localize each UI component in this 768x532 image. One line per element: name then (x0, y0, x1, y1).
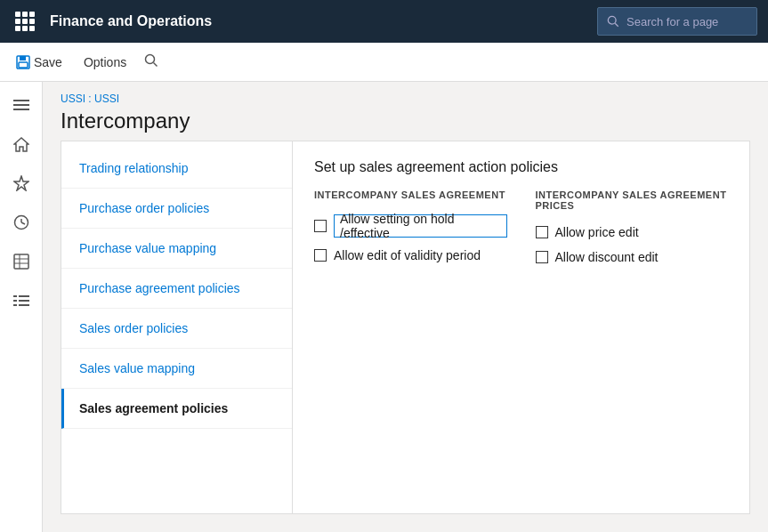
top-bar: Finance and Operations Search for a page (0, 0, 768, 43)
checkbox-row-validity: Allow edit of validity period (314, 248, 507, 262)
page-title: Intercompany (61, 109, 750, 133)
svg-point-0 (608, 16, 616, 24)
col1-header: INTERCOMPANY SALES AGREEMENT (314, 189, 507, 204)
svg-point-5 (146, 55, 155, 64)
search-icon (607, 15, 619, 28)
checkbox-price-edit[interactable] (536, 226, 548, 238)
search-placeholder: Search for a page (627, 15, 718, 28)
checkbox-validity-label: Allow edit of validity period (334, 248, 481, 262)
left-sidebar (0, 82, 43, 532)
checkbox-row-discount: Allow discount edit (536, 250, 729, 264)
nav-item-sales-agreement[interactable]: Sales agreement policies (61, 389, 292, 429)
toolbar-search-icon (144, 53, 158, 68)
nav-item-trading[interactable]: Trading relationship (61, 149, 292, 189)
main-layout: USSI : USSI Intercompany Trading relatio… (0, 82, 768, 532)
table-icon[interactable] (5, 246, 37, 278)
waffle-grid-icon (15, 12, 35, 31)
col1: INTERCOMPANY SALES AGREEMENT Allow setti… (314, 189, 507, 275)
nav-panel: Trading relationship Purchase order poli… (61, 141, 293, 513)
detail-panel: Set up sales agreement action policies I… (293, 141, 749, 513)
section-title: Set up sales agreement action policies (314, 159, 728, 175)
hold-field-value[interactable]: Allow setting on hold /effective (334, 214, 507, 238)
checkbox-discount-label: Allow discount edit (555, 250, 659, 264)
checkbox-validity[interactable] (314, 249, 327, 262)
col2: INTERCOMPANY SALES AGREEMENT PRICES Allo… (536, 189, 729, 275)
list-icon[interactable] (5, 285, 37, 317)
hamburger-icon[interactable] (5, 89, 37, 121)
nav-item-sales-value[interactable]: Sales value mapping (61, 349, 292, 389)
columns-row: INTERCOMPANY SALES AGREEMENT Allow setti… (314, 189, 728, 275)
svg-rect-15 (14, 254, 28, 269)
checkbox-discount-edit[interactable] (536, 251, 548, 263)
checkbox-price-label: Allow price edit (555, 225, 639, 239)
clock-icon[interactable] (5, 206, 37, 238)
page-header: USSI : USSI Intercompany (43, 82, 768, 141)
home-icon[interactable] (5, 128, 37, 160)
nav-item-sales-order[interactable]: Sales order policies (61, 309, 292, 349)
checkbox-row-price: Allow price edit (536, 225, 729, 239)
breadcrumb[interactable]: USSI : USSI (61, 93, 750, 105)
col2-header: INTERCOMPANY SALES AGREEMENT PRICES (536, 189, 729, 214)
svg-marker-10 (14, 138, 28, 151)
app-title: Finance and Operations (50, 13, 597, 29)
svg-line-6 (154, 63, 158, 67)
star-icon[interactable] (5, 167, 37, 199)
nav-item-purchase-order[interactable]: Purchase order policies (61, 189, 292, 229)
checkbox-row-hold: Allow setting on hold /effective (314, 214, 507, 238)
waffle-menu[interactable] (11, 7, 39, 36)
content-inner: Trading relationship Purchase order poli… (61, 141, 750, 514)
checkbox-hold[interactable] (314, 220, 327, 232)
options-button[interactable]: Options (75, 50, 135, 75)
svg-line-1 (615, 23, 618, 27)
toolbar: Save Options (0, 43, 768, 82)
save-label: Save (34, 55, 62, 69)
toolbar-search-button[interactable] (139, 48, 164, 76)
svg-rect-4 (19, 62, 28, 68)
save-button[interactable]: Save (7, 50, 71, 75)
content-area: USSI : USSI Intercompany Trading relatio… (43, 82, 768, 532)
global-search-box[interactable]: Search for a page (597, 7, 757, 36)
svg-line-14 (21, 222, 25, 224)
save-icon (16, 55, 30, 69)
options-label: Options (84, 55, 126, 69)
nav-item-purchase-agreement[interactable]: Purchase agreement policies (61, 269, 292, 309)
svg-marker-11 (14, 176, 28, 190)
nav-item-purchase-value[interactable]: Purchase value mapping (61, 229, 292, 269)
svg-rect-3 (20, 56, 26, 60)
